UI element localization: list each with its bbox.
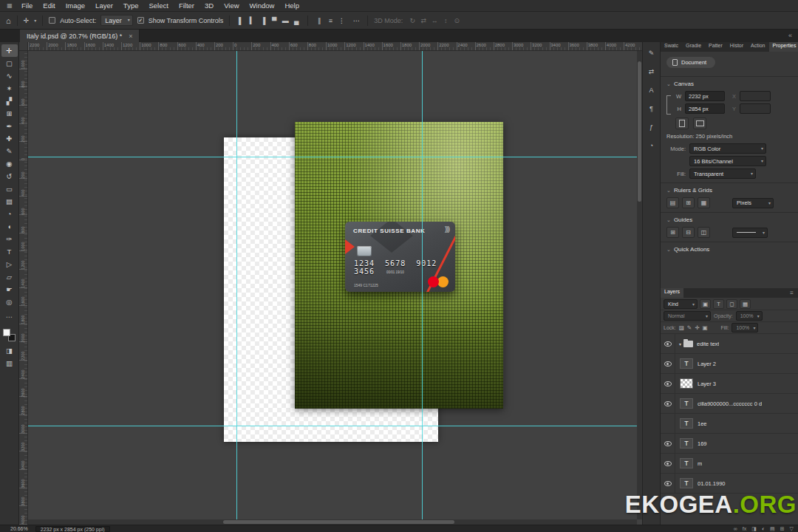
visibility-cell[interactable] (661, 354, 675, 373)
layer-row[interactable]: ▾ T 1ee (661, 414, 798, 434)
guide-vertical-2[interactable] (422, 51, 423, 525)
visibility-cell[interactable] (661, 414, 675, 433)
layer-row[interactable]: ▾ T 169 (661, 434, 798, 454)
eye-icon[interactable] (664, 461, 672, 466)
link-layers-icon[interactable]: ∞ (734, 526, 737, 532)
guide-lock-icon[interactable]: ⊟ (682, 227, 695, 238)
gradient-tool[interactable]: ▤ (1, 195, 18, 208)
clock-history-icon[interactable]: ◔ (646, 140, 658, 151)
quick-actions-section-header[interactable]: Quick Actions (666, 246, 792, 253)
ruler-horizontal[interactable]: 2200 2000 1800 1600 1400 1200 1000 800 6… (28, 42, 642, 51)
filter-pixel-icon[interactable]: ▣ (700, 299, 711, 309)
layer-name[interactable]: edite text (697, 341, 719, 347)
horizontal-scrollbar-thumb[interactable] (223, 520, 454, 524)
menu-item[interactable]: Help (279, 0, 304, 11)
y-field[interactable] (740, 103, 771, 114)
vertical-scrollbar-thumb[interactable] (638, 61, 641, 202)
brush-settings-icon[interactable]: ✎ (646, 48, 658, 58)
collapse-panels-icon[interactable]: « (788, 32, 792, 39)
type-tool[interactable]: T (1, 245, 18, 258)
bit-depth-dropdown[interactable]: 16 Bits/Channel (689, 156, 766, 166)
3d-slide-icon[interactable]: ↕ (440, 16, 451, 26)
foreground-background-swatch[interactable] (3, 329, 16, 341)
path-selection-tool[interactable]: ▷ (1, 258, 18, 270)
blend-mode-dropdown[interactable]: Normal (664, 311, 711, 321)
tab-patterns[interactable]: Patter (705, 42, 726, 52)
tab-properties[interactable]: Properties (769, 42, 798, 52)
tab-layers[interactable]: Layers (661, 288, 683, 298)
history-brush-tool[interactable]: ↺ (1, 170, 18, 183)
canvas-section-header[interactable]: Canvas (666, 81, 792, 87)
chevron-down-icon[interactable]: ▾ (679, 341, 681, 347)
lock-all-icon[interactable]: ▣ (702, 324, 707, 331)
edit-toolbar-icon[interactable]: ⋯ (1, 310, 18, 323)
layer-thumbnail[interactable]: T (680, 398, 693, 409)
layer-name[interactable]: cilla9000000...ccccccc 0 d (698, 400, 762, 407)
menu-item[interactable]: View (219, 0, 244, 11)
lock-position-icon[interactable]: ✛ (695, 324, 699, 331)
menu-item[interactable]: Type (118, 0, 144, 11)
menu-item[interactable]: Window (245, 0, 280, 11)
guide-vertical-1[interactable] (236, 51, 237, 525)
visibility-cell[interactable] (661, 434, 675, 453)
frame-tool[interactable]: ⊞ (1, 107, 18, 120)
auto-select-checkbox[interactable] (49, 17, 55, 24)
eyedropper-tool[interactable]: ✒ (1, 120, 18, 132)
distribute-vertical-icon[interactable]: ≡ (325, 16, 335, 26)
lock-paint-icon[interactable]: ✎ (687, 324, 692, 331)
quick-selection-tool[interactable]: ✶ (1, 82, 18, 95)
swap-arrows-icon[interactable]: ⇄ (646, 66, 658, 77)
move-tool-preset-icon[interactable]: ✛ (24, 17, 30, 24)
glyphs-panel-icon[interactable]: ƒ (646, 122, 658, 132)
move-tool[interactable]: ✛ (1, 44, 18, 57)
menu-item[interactable]: File (16, 0, 38, 11)
visibility-cell[interactable] (661, 334, 675, 353)
align-top-icon[interactable]: ▀ (269, 16, 279, 26)
canvas-area[interactable]: CREDIT SUISSE BANK ))) 1234 5678 9012 34… (19, 42, 642, 525)
transform-controls-checkbox[interactable]: ✓ (137, 17, 144, 24)
canvas-fill-dropdown[interactable]: Transparent (689, 168, 756, 179)
quick-mask-button[interactable]: ◨ (1, 344, 18, 357)
distribute-space-icon[interactable]: ⋮ (336, 16, 347, 26)
marquee-tool[interactable]: ▢ (1, 57, 18, 69)
app-icon[interactable]: ▦ (6, 2, 13, 10)
lasso-tool[interactable]: ∿ (1, 69, 18, 82)
brush-tool[interactable]: ✎ (1, 145, 18, 157)
horizontal-scrollbar[interactable] (28, 519, 637, 525)
color-mode-dropdown[interactable]: RGB Color (689, 143, 766, 154)
credit-card-layer[interactable]: CREDIT SUISSE BANK ))) 1234 5678 9012 34… (345, 222, 455, 292)
new-layer-icon[interactable]: ⊞ (780, 526, 785, 532)
landscape-orientation-button[interactable] (693, 117, 706, 129)
zoom-level[interactable]: 20.66% (10, 526, 28, 531)
layer-thumbnail[interactable]: T (680, 418, 693, 429)
tab-actions[interactable]: Action (747, 42, 768, 52)
layer-row[interactable]: ▾ T cilla9000000...ccccccc 0 d (661, 394, 798, 414)
eye-icon[interactable] (664, 341, 672, 347)
guide-clear-icon[interactable]: ◫ (698, 227, 710, 238)
layer-name[interactable]: 01.01.1990 (698, 480, 726, 487)
rulers-grids-section-header[interactable]: Rulers & Grids (666, 187, 792, 194)
layer-name[interactable]: Layer 2 (698, 361, 716, 367)
layer-thumbnail[interactable] (680, 378, 693, 389)
foreground-color-swatch[interactable] (3, 329, 10, 336)
align-bottom-icon[interactable]: ▄ (291, 16, 301, 26)
visibility-cell[interactable] (661, 374, 675, 393)
pen-tool[interactable]: ✑ (1, 233, 18, 245)
layer-name[interactable]: 1ee (698, 420, 707, 427)
shape-tool[interactable]: ▱ (1, 270, 18, 283)
layer-row[interactable]: ▾ T m (661, 454, 798, 474)
fill-dropdown[interactable]: 100% (732, 323, 758, 332)
eye-icon[interactable] (664, 441, 672, 446)
blur-tool[interactable]: ◔ (1, 208, 18, 220)
layer-thumbnail[interactable]: T (680, 458, 693, 468)
portrait-orientation-button[interactable] (675, 117, 689, 129)
eye-icon[interactable] (664, 381, 672, 386)
ruler-corner[interactable] (19, 42, 28, 51)
eye-icon[interactable] (664, 401, 672, 406)
menu-item[interactable]: Filter (174, 0, 200, 11)
auto-select-dropdown[interactable]: Layer (100, 15, 133, 26)
vertical-scrollbar[interactable] (637, 51, 642, 519)
ruler-vertical[interactable]: 1000 800 600 400 200 0 200 400 600 (19, 51, 28, 525)
healing-brush-tool[interactable]: ✚ (1, 132, 18, 145)
visibility-cell[interactable] (661, 454, 675, 473)
